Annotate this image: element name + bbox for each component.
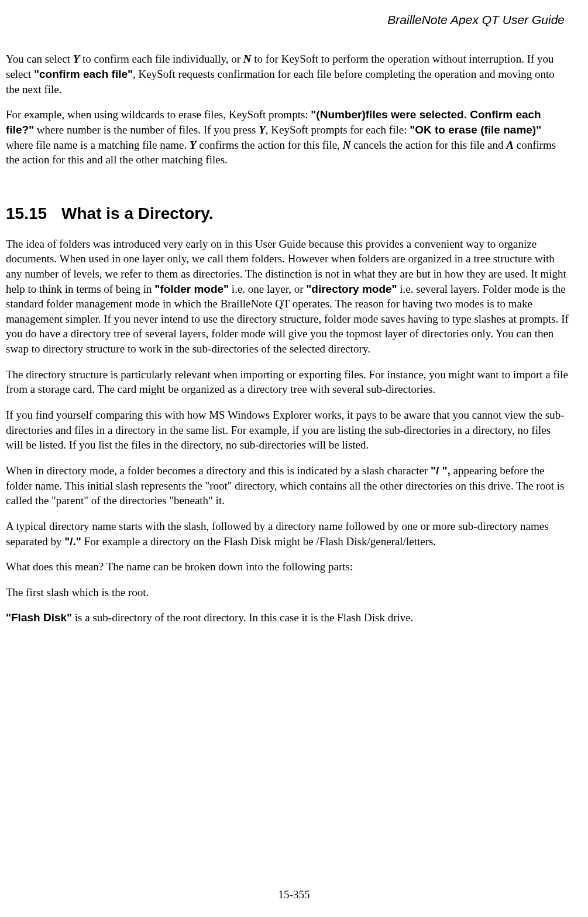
section-heading: 15.15What is a Directory. [6,203,570,225]
key-y: Y [259,124,266,136]
text: , KeySoft prompts for each file: [266,124,410,136]
text: where number is the number of files. If … [34,124,259,136]
prompt-ok-to-erase: "OK to erase (file name)" [410,124,541,136]
key-y: Y [73,53,80,65]
paragraph: If you find yourself comparing this with… [6,408,570,453]
term-flash-disk: "Flash Disk" [6,611,72,624]
text: When in directory mode, a folder becomes… [6,464,431,477]
term-folder-mode: "folder mode" [154,283,229,295]
text: to confirm each file individually, or [80,53,243,65]
term-slash: "/ ", [431,464,451,477]
paragraph: The idea of folders was introduced very … [6,237,570,357]
text: You can select [6,53,73,65]
page-container: BrailleNote Apex QT User Guide You can s… [0,0,588,917]
paragraph: "Flash Disk" is a sub-directory of the r… [6,610,570,625]
paragraph: You can select Y to confirm each file in… [6,52,570,97]
text: is a sub-directory of the root directory… [72,611,413,624]
text: where file name is a matching file name. [6,139,190,151]
text: For example a directory on the Flash Dis… [81,535,436,548]
section-title: What is a Directory. [61,204,213,223]
text: For example, when using wildcards to era… [6,108,311,121]
prompt-confirm-each-file: "confirm each file" [34,68,133,80]
paragraph: What does this mean? The name can be bro… [6,559,570,574]
key-a: A [506,139,514,151]
page-footer: 15-355 [0,887,588,902]
paragraph: The directory structure is particularly … [6,367,570,397]
term-directory-mode: "directory mode" [306,283,397,295]
paragraph: For example, when using wildcards to era… [6,107,570,167]
text: confirms the action for this file, [197,139,343,151]
text: cancels the action for this file and [350,139,506,151]
text: i.e. one layer, or [229,283,306,295]
paragraph: The first slash which is the root. [6,585,570,600]
key-n: N [243,53,252,65]
paragraph: When in directory mode, a folder becomes… [6,463,570,508]
key-y: Y [190,139,197,151]
paragraph: A typical directory name starts with the… [6,519,570,549]
page-header: BrailleNote Apex QT User Guide [6,12,570,28]
section-number: 15.15 [6,203,47,225]
key-n: N [343,139,351,151]
term-slash-separator: "/." [64,535,81,548]
